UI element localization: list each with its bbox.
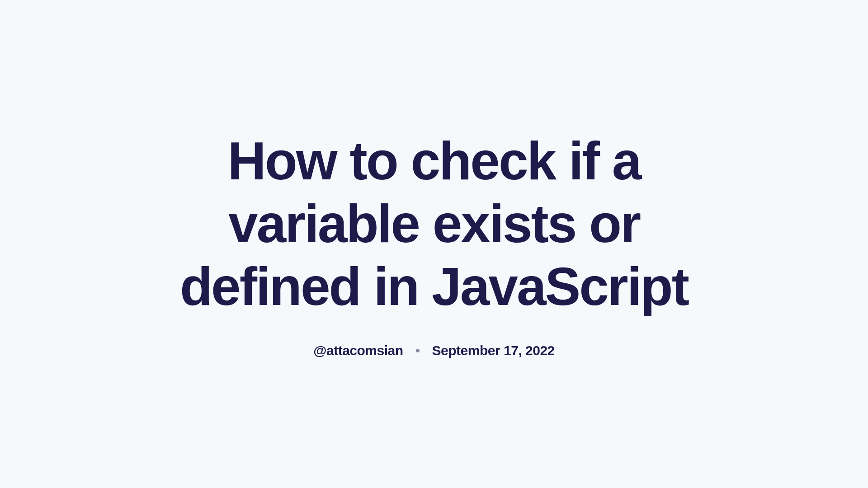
publish-date: September 17, 2022 <box>432 343 555 358</box>
article-meta: @attacomsian September 17, 2022 <box>140 343 728 358</box>
article-header: How to check if a variable exists or def… <box>140 130 728 359</box>
author-handle[interactable]: @attacomsian <box>313 343 403 358</box>
article-title: How to check if a variable exists or def… <box>140 130 728 319</box>
separator-bullet <box>416 349 420 352</box>
